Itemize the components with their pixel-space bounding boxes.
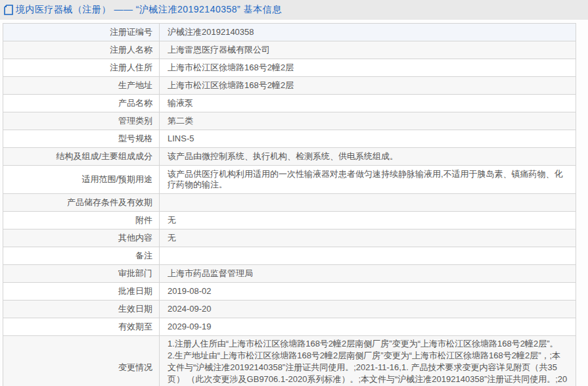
row-value: 2019-08-02 bbox=[160, 283, 576, 301]
row-value: 该产品供医疗机构利用适用的一次性输液器对患者做匀速持续静脉输液用,不适用于胰岛素… bbox=[160, 166, 576, 194]
table-row: 生效日期 2024-09-20 bbox=[3, 301, 576, 318]
row-label: 适用范围/预期用途 bbox=[3, 166, 160, 194]
row-label: 生产地址 bbox=[3, 77, 160, 95]
row-value: 上海雷恩医疗器械有限公司 bbox=[160, 41, 576, 59]
header-bar: 境内医疗器械（注册） —— “沪械注准20192140358” 基本信息 bbox=[0, 0, 588, 20]
document-icon bbox=[4, 5, 13, 15]
row-value: 2024-09-20 bbox=[160, 301, 576, 318]
row-label: 注册人住所 bbox=[3, 59, 160, 77]
table-row: 注册人名称 上海雷恩医疗器械有限公司 bbox=[3, 41, 576, 59]
table-row: 有效期至 2029-09-19 bbox=[3, 318, 576, 336]
row-label: 备注 bbox=[3, 247, 160, 265]
row-value: LINS-5 bbox=[160, 130, 576, 148]
table-row: 备注 bbox=[3, 247, 576, 265]
table-row: 产品名称 输液泵 bbox=[3, 95, 576, 112]
row-value: 1.注册人住所由“上海市松江区徐塘路168号2幢2层南侧厂房”变更为“上海市松江… bbox=[160, 336, 576, 386]
row-value: 输液泵 bbox=[160, 95, 576, 112]
table-row: 型号规格 LINS-5 bbox=[3, 130, 576, 148]
table-row: 适用范围/预期用途 该产品供医疗机构利用适用的一次性输液器对患者做匀速持续静脉输… bbox=[3, 166, 576, 194]
page-title: 境内医疗器械（注册） —— “沪械注准20192140358” 基本信息 bbox=[16, 4, 282, 16]
table-row: 结构及组成/主要组成成分 该产品由微控制系统、执行机构、检测系统、供电系统组成。 bbox=[3, 148, 576, 166]
row-label: 产品名称 bbox=[3, 95, 160, 112]
change-record-line: 1.注册人住所由“上海市松江区徐塘路168号2幢2层南侧厂房”变更为“上海市松江… bbox=[168, 338, 568, 350]
table-row: 附件 无 bbox=[3, 212, 576, 229]
row-label: 批准日期 bbox=[3, 283, 160, 301]
table-row: 审批部门 上海市药品监督管理局 bbox=[3, 265, 576, 283]
row-value: 上海市松江区徐塘路168号2幢2层 bbox=[160, 59, 576, 77]
row-value bbox=[160, 194, 576, 212]
table-row: 变更情况 1.注册人住所由“上海市松江区徐塘路168号2幢2层南侧厂房”变更为“… bbox=[3, 336, 576, 386]
row-label: 其他内容 bbox=[3, 229, 160, 247]
table-row: 注册证编号 沪械注准20192140358 bbox=[3, 24, 576, 41]
row-value: 2029-09-19 bbox=[160, 318, 576, 336]
row-label: 产品储存条件及有效期 bbox=[3, 194, 160, 212]
table-row: 批准日期 2019-08-02 bbox=[3, 283, 576, 301]
row-label: 附件 bbox=[3, 212, 160, 229]
table-row: 管理类别 第二类 bbox=[3, 112, 576, 130]
row-label: 型号规格 bbox=[3, 130, 160, 148]
row-value: 上海市松江区徐塘路168号2幢2层 bbox=[160, 77, 576, 95]
row-label: 注册人名称 bbox=[3, 41, 160, 59]
table-row: 生产地址 上海市松江区徐塘路168号2幢2层 bbox=[3, 77, 576, 95]
row-value: 上海市药品监督管理局 bbox=[160, 265, 576, 283]
row-label: 结构及组成/主要组成成分 bbox=[3, 148, 160, 166]
row-value: 沪械注准20192140358 bbox=[160, 24, 576, 41]
row-label: 管理类别 bbox=[3, 112, 160, 130]
row-label: 注册证编号 bbox=[3, 24, 160, 41]
row-label: 生效日期 bbox=[3, 301, 160, 318]
row-label: 审批部门 bbox=[3, 265, 160, 283]
registration-info-table: 注册证编号 沪械注准20192140358 注册人名称 上海雷恩医疗器械有限公司… bbox=[3, 23, 576, 386]
row-value: 第二类 bbox=[160, 112, 576, 130]
row-value: 无 bbox=[160, 229, 576, 247]
table-row: 注册人住所 上海市松江区徐塘路168号2幢2层 bbox=[3, 59, 576, 77]
row-value bbox=[160, 247, 576, 265]
row-label: 变更情况 bbox=[3, 336, 160, 386]
row-label: 有效期至 bbox=[3, 318, 160, 336]
row-value: 无 bbox=[160, 212, 576, 229]
change-record-line: 2.生产地址由“上海市松江区徐塘路168号2幢2层南侧厂房”变更为“上海市松江区… bbox=[168, 350, 568, 386]
row-value: 该产品由微控制系统、执行机构、检测系统、供电系统组成。 bbox=[160, 148, 576, 166]
table-row: 其他内容 无 bbox=[3, 229, 576, 247]
table-row: 产品储存条件及有效期 bbox=[3, 194, 576, 212]
